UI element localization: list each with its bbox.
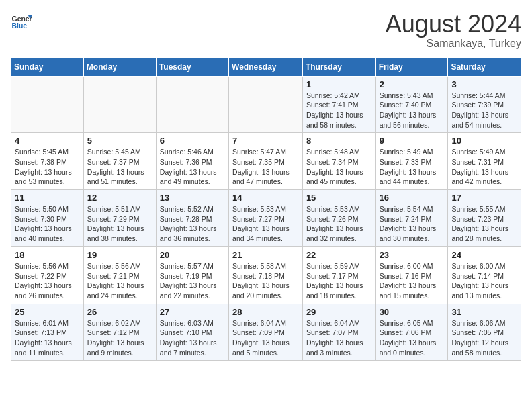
logo: General Blue <box>11 11 32 32</box>
calendar-week-row: 18Sunrise: 5:56 AMSunset: 7:22 PMDayligh… <box>11 246 521 304</box>
logo-icon: General Blue <box>11 11 32 32</box>
calendar-cell: 25Sunrise: 6:01 AMSunset: 7:13 PMDayligh… <box>11 304 84 361</box>
header-cell-friday: Friday <box>375 58 448 76</box>
day-info: Sunrise: 5:44 AMSunset: 7:39 PMDaylight:… <box>451 91 517 130</box>
day-number: 5 <box>87 136 152 146</box>
day-number: 4 <box>15 136 80 146</box>
day-number: 11 <box>15 193 80 203</box>
day-number: 2 <box>380 79 445 89</box>
calendar-cell: 3Sunrise: 5:44 AMSunset: 7:39 PMDaylight… <box>448 76 521 133</box>
day-info: Sunrise: 5:46 AMSunset: 7:36 PMDaylight:… <box>160 147 225 187</box>
header-cell-tuesday: Tuesday <box>156 58 228 76</box>
calendar-header-row: SundayMondayTuesdayWednesdayThursdayFrid… <box>11 58 521 76</box>
day-info: Sunrise: 5:52 AMSunset: 7:28 PMDaylight:… <box>160 204 225 244</box>
calendar-cell: 12Sunrise: 5:51 AMSunset: 7:29 PMDayligh… <box>83 190 156 247</box>
calendar-cell <box>11 76 84 133</box>
day-number: 30 <box>380 307 445 317</box>
day-info: Sunrise: 5:53 AMSunset: 7:27 PMDaylight:… <box>232 204 299 244</box>
calendar-cell: 7Sunrise: 5:47 AMSunset: 7:35 PMDaylight… <box>229 133 303 190</box>
calendar-cell: 20Sunrise: 5:57 AMSunset: 7:19 PMDayligh… <box>156 246 228 304</box>
day-info: Sunrise: 5:54 AMSunset: 7:24 PMDaylight:… <box>380 204 445 244</box>
day-info: Sunrise: 6:00 AMSunset: 7:14 PMDaylight:… <box>451 261 517 301</box>
calendar-cell: 10Sunrise: 5:49 AMSunset: 7:31 PMDayligh… <box>448 133 521 190</box>
header-cell-wednesday: Wednesday <box>229 58 303 76</box>
calendar-cell: 11Sunrise: 5:50 AMSunset: 7:30 PMDayligh… <box>11 190 84 247</box>
day-number: 23 <box>380 250 445 260</box>
calendar-cell: 14Sunrise: 5:53 AMSunset: 7:27 PMDayligh… <box>229 190 303 247</box>
day-info: Sunrise: 5:55 AMSunset: 7:23 PMDaylight:… <box>451 204 517 244</box>
day-info: Sunrise: 5:57 AMSunset: 7:19 PMDaylight:… <box>160 261 225 301</box>
day-number: 17 <box>451 193 517 203</box>
calendar-cell <box>229 76 303 133</box>
calendar-cell: 27Sunrise: 6:03 AMSunset: 7:10 PMDayligh… <box>156 304 228 361</box>
day-info: Sunrise: 5:48 AMSunset: 7:34 PMDaylight:… <box>306 147 372 187</box>
calendar-cell: 15Sunrise: 5:53 AMSunset: 7:26 PMDayligh… <box>302 190 375 247</box>
day-info: Sunrise: 5:56 AMSunset: 7:22 PMDaylight:… <box>15 261 80 301</box>
calendar-cell: 28Sunrise: 6:04 AMSunset: 7:09 PMDayligh… <box>229 304 303 361</box>
day-info: Sunrise: 5:51 AMSunset: 7:29 PMDaylight:… <box>87 204 152 244</box>
day-info: Sunrise: 5:42 AMSunset: 7:41 PMDaylight:… <box>306 91 372 130</box>
calendar-cell: 5Sunrise: 5:45 AMSunset: 7:37 PMDaylight… <box>83 133 156 190</box>
page-header: General Blue August 2024 Samankaya, Turk… <box>11 11 521 50</box>
calendar-cell <box>83 76 156 133</box>
calendar-cell: 17Sunrise: 5:55 AMSunset: 7:23 PMDayligh… <box>448 190 521 247</box>
day-info: Sunrise: 5:59 AMSunset: 7:17 PMDaylight:… <box>306 261 372 301</box>
day-number: 3 <box>451 79 517 89</box>
day-info: Sunrise: 6:05 AMSunset: 7:06 PMDaylight:… <box>380 318 445 358</box>
day-number: 26 <box>87 307 152 317</box>
day-number: 10 <box>451 136 517 146</box>
calendar-table: SundayMondayTuesdayWednesdayThursdayFrid… <box>11 58 521 361</box>
day-info: Sunrise: 5:49 AMSunset: 7:31 PMDaylight:… <box>451 147 517 187</box>
day-info: Sunrise: 5:45 AMSunset: 7:38 PMDaylight:… <box>15 147 80 187</box>
calendar-cell: 2Sunrise: 5:43 AMSunset: 7:40 PMDaylight… <box>375 76 448 133</box>
calendar-cell: 22Sunrise: 5:59 AMSunset: 7:17 PMDayligh… <box>302 246 375 304</box>
day-info: Sunrise: 6:01 AMSunset: 7:13 PMDaylight:… <box>15 318 80 358</box>
calendar-cell: 8Sunrise: 5:48 AMSunset: 7:34 PMDaylight… <box>302 133 375 190</box>
day-number: 29 <box>306 307 372 317</box>
day-info: Sunrise: 6:03 AMSunset: 7:10 PMDaylight:… <box>160 318 225 358</box>
day-info: Sunrise: 6:06 AMSunset: 7:05 PMDaylight:… <box>451 318 517 358</box>
day-number: 18 <box>15 250 80 260</box>
day-info: Sunrise: 6:04 AMSunset: 7:09 PMDaylight:… <box>232 318 299 358</box>
day-info: Sunrise: 6:00 AMSunset: 7:16 PMDaylight:… <box>380 261 445 301</box>
calendar-cell: 31Sunrise: 6:06 AMSunset: 7:05 PMDayligh… <box>448 304 521 361</box>
calendar-week-row: 11Sunrise: 5:50 AMSunset: 7:30 PMDayligh… <box>11 190 521 247</box>
day-number: 27 <box>160 307 225 317</box>
day-number: 15 <box>306 193 372 203</box>
calendar-cell: 30Sunrise: 6:05 AMSunset: 7:06 PMDayligh… <box>375 304 448 361</box>
day-number: 21 <box>232 250 299 260</box>
day-number: 9 <box>380 136 445 146</box>
title-block: August 2024 Samankaya, Turkey <box>386 11 521 50</box>
calendar-cell: 21Sunrise: 5:58 AMSunset: 7:18 PMDayligh… <box>229 246 303 304</box>
calendar-cell: 23Sunrise: 6:00 AMSunset: 7:16 PMDayligh… <box>375 246 448 304</box>
day-number: 25 <box>15 307 80 317</box>
day-info: Sunrise: 6:04 AMSunset: 7:07 PMDaylight:… <box>306 318 372 358</box>
calendar-cell: 13Sunrise: 5:52 AMSunset: 7:28 PMDayligh… <box>156 190 228 247</box>
day-number: 13 <box>160 193 225 203</box>
day-number: 12 <box>87 193 152 203</box>
day-info: Sunrise: 5:47 AMSunset: 7:35 PMDaylight:… <box>232 147 299 187</box>
location: Samankaya, Turkey <box>386 38 521 50</box>
calendar-cell <box>156 76 228 133</box>
day-info: Sunrise: 5:58 AMSunset: 7:18 PMDaylight:… <box>232 261 299 301</box>
day-number: 20 <box>160 250 225 260</box>
day-number: 6 <box>160 136 225 146</box>
calendar-cell: 19Sunrise: 5:56 AMSunset: 7:21 PMDayligh… <box>83 246 156 304</box>
header-cell-saturday: Saturday <box>448 58 521 76</box>
day-number: 16 <box>380 193 445 203</box>
calendar-body: 1Sunrise: 5:42 AMSunset: 7:41 PMDaylight… <box>11 76 521 361</box>
calendar-cell: 9Sunrise: 5:49 AMSunset: 7:33 PMDaylight… <box>375 133 448 190</box>
calendar-cell: 16Sunrise: 5:54 AMSunset: 7:24 PMDayligh… <box>375 190 448 247</box>
day-number: 28 <box>232 307 299 317</box>
day-info: Sunrise: 5:43 AMSunset: 7:40 PMDaylight:… <box>380 91 445 130</box>
day-number: 31 <box>451 307 517 317</box>
day-info: Sunrise: 6:02 AMSunset: 7:12 PMDaylight:… <box>87 318 152 358</box>
day-info: Sunrise: 5:45 AMSunset: 7:37 PMDaylight:… <box>87 147 152 187</box>
month-year: August 2024 <box>386 11 521 38</box>
day-info: Sunrise: 5:56 AMSunset: 7:21 PMDaylight:… <box>87 261 152 301</box>
calendar-cell: 4Sunrise: 5:45 AMSunset: 7:38 PMDaylight… <box>11 133 84 190</box>
calendar-cell: 24Sunrise: 6:00 AMSunset: 7:14 PMDayligh… <box>448 246 521 304</box>
calendar-cell: 26Sunrise: 6:02 AMSunset: 7:12 PMDayligh… <box>83 304 156 361</box>
calendar-cell: 29Sunrise: 6:04 AMSunset: 7:07 PMDayligh… <box>302 304 375 361</box>
svg-text:Blue: Blue <box>12 22 28 30</box>
